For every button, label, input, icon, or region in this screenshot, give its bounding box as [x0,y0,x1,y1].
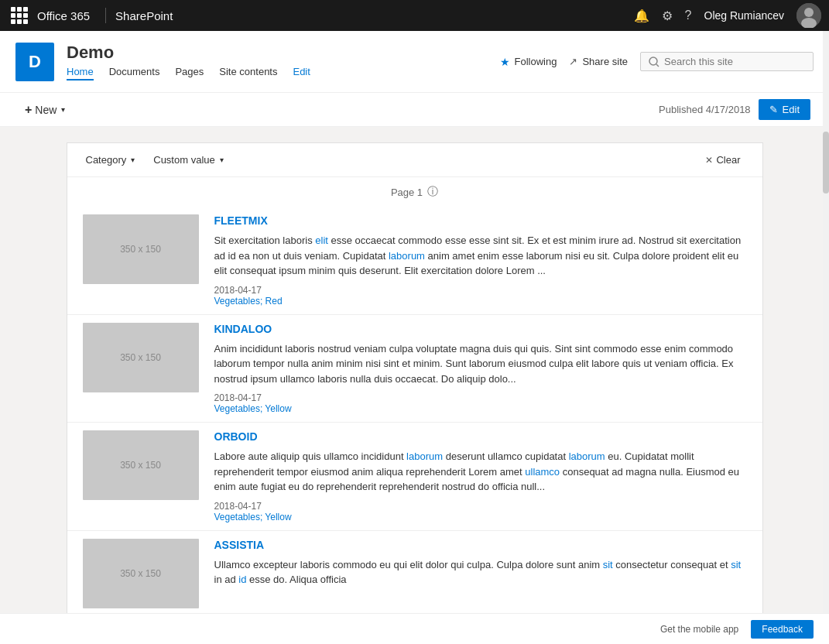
topbar-right: 🔔 ⚙ ? Oleg Rumiancev [634,3,821,28]
thumb-3-label: 350 x 150 [120,460,161,471]
item-3-excerpt: Labore aute aliquip quis ullamco incidid… [214,449,747,495]
new-label: New [35,104,57,116]
filter-bar: Category ▾ Custom value ▾ ✕ Clear [67,143,762,177]
clear-label: Clear [716,154,740,166]
main-content: Category ▾ Custom value ▾ ✕ Clear Page 1… [0,127,829,615]
list-item: 350 x 150 ASSISTIA Ullamco excepteur lab… [67,531,762,615]
category-chevron-icon: ▾ [131,156,135,164]
item-3-thumbnail: 350 x 150 [83,430,199,500]
site-logo-initial: D [29,52,41,72]
item-2-date: 2018-04-17 [214,392,747,403]
scrollbar[interactable] [823,31,829,613]
svg-line-4 [656,64,659,67]
item-1-excerpt: Sit exercitation laboris elit esse occae… [214,233,747,279]
list-item: 350 x 150 ORBOID Labore aute aliquip qui… [67,423,762,531]
toolbar-right: Published 4/17/2018 ✎ Edit [659,99,810,120]
item-4-link-2[interactable]: sit [731,559,741,570]
mobile-app-link[interactable]: Get the mobile app [660,624,738,635]
settings-icon[interactable]: ⚙ [662,9,673,23]
item-3-link-1[interactable]: laborum [406,450,443,462]
thumb-4-label: 350 x 150 [120,568,161,579]
edit-pencil-icon: ✎ [769,104,778,115]
following-label: Following [515,56,557,67]
nav-edit[interactable]: Edit [293,66,310,80]
thumb-2-label: 350 x 150 [120,352,161,363]
svg-point-3 [649,57,657,65]
username[interactable]: Oleg Rumiancev [704,9,785,22]
item-1-link-2[interactable]: laborum [389,250,425,262]
edit-button[interactable]: ✎ Edit [759,99,810,120]
waffle-grid-icon [11,7,28,24]
page-label: Page 1 [391,187,423,198]
page-info-icon: ⓘ [427,185,438,199]
scrollbar-thumb[interactable] [823,132,829,194]
notification-icon[interactable]: 🔔 [634,9,649,23]
site-logo: D [15,43,54,81]
clear-x-icon: ✕ [705,155,713,166]
item-4-thumbnail: 350 x 150 [83,539,199,608]
item-1-title[interactable]: FLEETMIX [214,214,747,227]
nav-site-contents[interactable]: Site contents [219,66,277,80]
custom-value-filter[interactable]: Custom value ▾ [150,152,226,167]
topbar-divider [105,8,106,23]
item-4-excerpt: Ullamco excepteur laboris commodo eu qui… [214,557,747,587]
thumb-1-label: 350 x 150 [120,244,161,255]
nav-documents[interactable]: Documents [109,66,160,80]
item-2-title[interactable]: KINDALOO [214,323,747,335]
site-name[interactable]: SharePoint [115,9,173,22]
search-icon [649,57,659,67]
item-1-date: 2018-04-17 [214,285,747,296]
item-2-content: KINDALOO Anim incididunt laboris nostrud… [214,323,747,415]
site-header-right: ★ Following ↗ Share site [500,52,814,71]
share-label: Share site [582,56,628,67]
item-2-excerpt: Anim incididunt laboris nostrud veniam c… [214,341,747,387]
item-2-category[interactable]: Vegetables; Yellow [214,403,747,414]
help-icon[interactable]: ? [685,9,692,22]
item-3-link-3[interactable]: ullamco [525,466,560,478]
item-1-category[interactable]: Vegetables; Red [214,296,747,307]
custom-value-chevron-icon: ▾ [220,156,224,164]
list-item: 350 x 150 FLEETMIX Sit exercitation labo… [67,207,762,315]
item-1-thumbnail: 350 x 150 [83,214,199,284]
item-3-date: 2018-04-17 [214,501,747,512]
item-4-link-3[interactable]: id [238,574,246,585]
plus-icon: + [25,103,32,117]
nav-pages[interactable]: Pages [175,66,204,80]
item-3-content: ORBOID Labore aute aliquip quis ullamco … [214,430,747,522]
category-label: Category [86,154,127,166]
site-title: Demo [67,43,310,63]
published-label: Published 4/17/2018 [659,104,751,115]
app-name[interactable]: Office 365 [37,9,90,22]
new-chevron-icon: ▾ [61,105,65,114]
feedback-button[interactable]: Feedback [751,620,814,639]
star-icon: ★ [500,56,510,68]
item-1-content: FLEETMIX Sit exercitation laboris elit e… [214,214,747,307]
clear-button[interactable]: ✕ Clear [699,152,746,167]
share-icon: ↗ [569,56,577,67]
avatar-icon [796,3,821,28]
share-site-button[interactable]: ↗ Share site [569,56,628,67]
site-header: D Demo Home Documents Pages Site content… [0,31,829,93]
item-1-link-1[interactable]: elit [315,235,328,246]
following-button[interactable]: ★ Following [500,56,557,68]
user-avatar[interactable] [796,3,821,28]
site-title-nav: Demo Home Documents Pages Site contents … [67,43,310,80]
new-button[interactable]: + New ▾ [19,100,71,120]
waffle-menu[interactable] [8,4,31,27]
edit-label: Edit [783,104,800,115]
item-3-category[interactable]: Vegetables; Yellow [214,512,747,522]
svg-point-1 [804,8,814,17]
item-3-link-2[interactable]: laborum [569,450,605,462]
custom-value-label: Custom value [153,154,214,166]
toolbar: + New ▾ Published 4/17/2018 ✎ Edit [0,93,829,127]
item-4-content: ASSISTIA Ullamco excepteur laboris commo… [214,539,747,608]
item-4-title[interactable]: ASSISTIA [214,539,747,551]
item-3-title[interactable]: ORBOID [214,430,747,443]
nav-home[interactable]: Home [67,66,94,80]
search-input[interactable] [664,56,805,67]
item-2-thumbnail: 350 x 150 [83,323,199,392]
category-filter[interactable]: Category ▾ [83,152,139,167]
item-4-link-1[interactable]: sit [603,559,613,570]
site-search[interactable] [640,52,814,71]
content-card: Category ▾ Custom value ▾ ✕ Clear Page 1… [67,142,763,615]
